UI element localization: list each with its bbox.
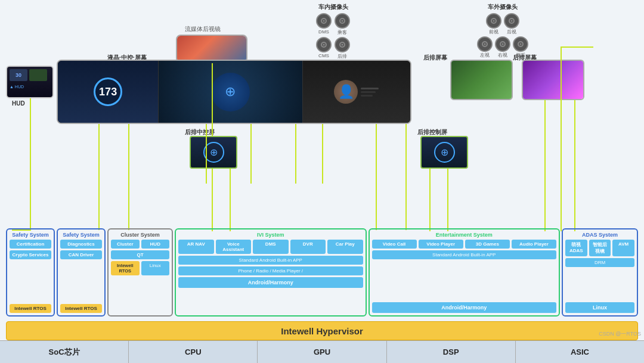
ext-cam-l3: 左视 <box>480 52 490 58</box>
ext-cam-l2: 后视 <box>507 29 516 35</box>
hw-asic: ASIC <box>516 341 644 363</box>
mirror-display <box>176 35 247 63</box>
ivi-dms: DMS <box>253 240 289 254</box>
vline-rseat1 <box>429 169 431 231</box>
vline-ivi3 <box>295 124 296 184</box>
nav-map: ⊕ <box>211 73 250 111</box>
camera-icon-4 <box>335 37 350 52</box>
main-container: 车内摄像头 DMS 乘客 CMS <box>0 0 644 363</box>
svg-point-20 <box>484 44 486 45</box>
ext-camera-1 <box>486 13 501 29</box>
cam-label-dms: DMS <box>318 29 329 35</box>
watermark: CSDN @一RTOS <box>599 330 641 338</box>
vline-ent2 <box>405 124 407 230</box>
main-display-strip: 173 ⊕ 👤 <box>57 60 411 124</box>
console-label: 后排中控屏 <box>185 128 215 136</box>
front-camera-label: 车内摄像头 <box>318 3 348 11</box>
media-screen: 👤 <box>303 61 410 123</box>
cam-label-cms: CMS <box>318 53 329 58</box>
adas-os: Linux <box>565 302 634 313</box>
front-camera-group: 车内摄像头 DMS 乘客 CMS <box>316 3 350 60</box>
svg-point-23 <box>502 44 504 45</box>
vline-ivi2 <box>250 124 252 184</box>
vline-console2 <box>230 169 231 231</box>
hline-cam-right <box>561 46 593 48</box>
ivi-carplay: Car Play <box>327 240 363 254</box>
vline-console1 <box>212 169 213 231</box>
hw-soc: SoC芯片 <box>0 341 129 363</box>
vline-adas2 <box>574 100 575 231</box>
vline-mirror1 <box>212 63 213 136</box>
safety-system-1: Safety System Certification Crypto Servi… <box>6 228 55 317</box>
svg-point-5 <box>342 20 343 22</box>
safety1-title: Safety System <box>10 232 51 238</box>
safety2-title: Safety System <box>60 232 102 238</box>
safety1-crypto: Crypto Services <box>10 250 51 259</box>
adas-avm: AVM <box>612 240 634 256</box>
cluster-system: Cluster System Cluster HUD QT Intewell R… <box>107 228 173 317</box>
mirror-label: 流媒体后视镜 <box>185 25 221 33</box>
cluster-rtos: Intewell RTOS <box>111 261 140 275</box>
ext-camera-2 <box>504 13 519 29</box>
nav-screen: ⊕ <box>159 61 302 123</box>
safety-system-2: Safety System Diagnostics CAN Driver Int… <box>57 228 106 317</box>
cluster-screen: 173 <box>58 61 159 123</box>
ivi-arnav: AR NAV <box>178 240 214 254</box>
ent-os: Android/Harmony <box>372 302 557 313</box>
vline-rseat2 <box>447 169 448 231</box>
entertainment-system: Entertainment System Video Call Video Pl… <box>369 228 561 317</box>
hud-label: HUD <box>12 100 25 107</box>
vline-cluster1 <box>98 124 100 230</box>
systems-area: Safety System Certification Crypto Servi… <box>6 228 638 317</box>
vline-ivi1 <box>206 124 207 184</box>
cluster-linux: Linux <box>141 261 170 275</box>
rear-seat-display: ⊕ <box>420 136 468 169</box>
ivi-voice: Voice Assistant <box>216 240 252 254</box>
svg-point-8 <box>323 44 325 46</box>
ivi-standard: Standard Android Built-in APP <box>178 256 363 265</box>
svg-point-11 <box>342 44 343 46</box>
ivi-title: IVI System <box>178 232 363 238</box>
cluster-qt: QT <box>111 250 169 259</box>
speed-display: 173 <box>94 77 122 106</box>
adas-mirror: 智能后视镜 <box>589 240 611 256</box>
safety1-cert: Certification <box>10 240 51 249</box>
hardware-bar: SoC芯片 CPU GPU DSP ASIC <box>0 340 644 363</box>
hw-cpu: CPU <box>129 341 258 363</box>
rear-camera-group: 车外摄像头 前视 后视 左视 <box>477 3 528 58</box>
ext-cam-l4: 右视 <box>498 52 507 58</box>
ent-audioplayer: Audio Player <box>512 240 556 249</box>
rear-display-1 <box>450 60 513 100</box>
hud-display: 30 ▲ HUD <box>6 66 54 98</box>
ent-videocall: Video Call <box>372 240 417 249</box>
hud-vline <box>30 98 31 229</box>
hypervisor-bar: Intewell Hypervisor <box>6 321 638 340</box>
svg-point-26 <box>520 44 522 45</box>
adas-meng: 萌视 ADAS <box>565 240 587 256</box>
vline-ivi4 <box>322 124 323 184</box>
cluster-app: Cluster <box>111 240 140 249</box>
rear-seat-label: 后排控制屏 <box>417 128 447 136</box>
ivi-system: IVI System AR NAV Voice Assistant DMS DV… <box>175 228 367 317</box>
cam-label-passenger: 乘客 <box>338 29 347 36</box>
ivi-dvr: DVR <box>290 240 326 254</box>
adas-drm: DRM <box>565 258 634 267</box>
adas-system: ADAS System 萌视 ADAS 智能后视镜 AVM DRM Linux <box>562 228 638 317</box>
ent-standard: Standard Android Built-in APP <box>372 250 557 259</box>
safety2-diag: Diagnostics <box>60 240 102 249</box>
vline-cluster2 <box>128 124 129 230</box>
cluster-hud: HUD <box>141 240 170 249</box>
svg-point-14 <box>493 20 495 22</box>
console-display: ⊕ <box>190 136 237 169</box>
ent-title: Entertainment System <box>372 232 557 238</box>
ivi-os: Android/Harmony <box>178 277 363 288</box>
safety2-can: CAN Driver <box>60 250 102 259</box>
ext-cam-l1: 前视 <box>489 29 499 35</box>
person-avatar: 👤 <box>334 80 358 104</box>
ent-videoplayer: Video Player <box>419 240 463 249</box>
ext-camera-4 <box>495 36 510 52</box>
ext-camera-3 <box>477 36 493 52</box>
camera-icon-1 <box>316 13 332 29</box>
rear-seat-map: ⊕ <box>434 142 455 163</box>
ent-3dgames: 3D Games <box>465 240 510 249</box>
